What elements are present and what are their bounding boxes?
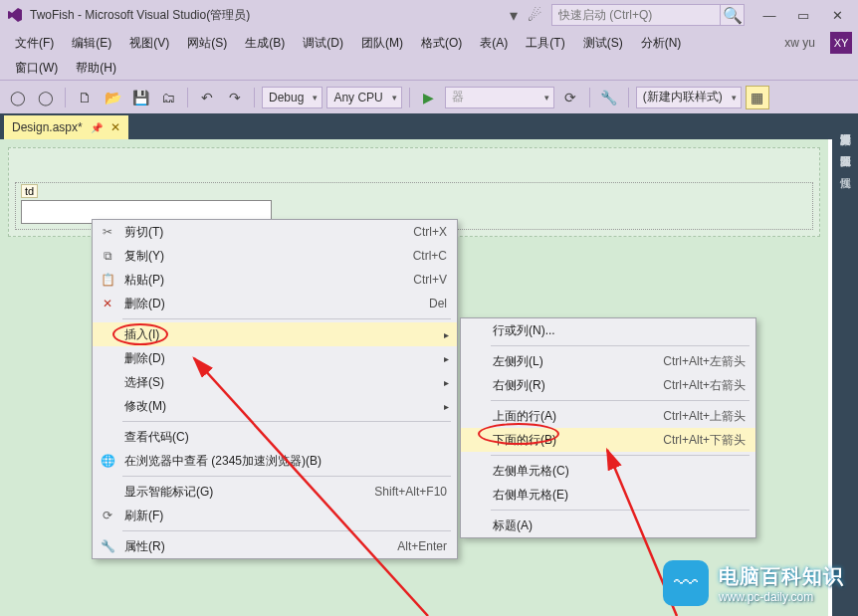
tab-design-aspx[interactable]: Design.aspx* 📌 ✕	[4, 115, 128, 139]
config-combo[interactable]: Debug	[262, 87, 322, 108]
titlebar: TwoFish - Microsoft Visual Studio(管理员) ▾…	[0, 0, 858, 30]
submenu-arrow-icon: ▸	[444, 401, 449, 412]
submenu-arrow-icon: ▸	[444, 329, 449, 340]
browser-icon: 🌐	[100, 454, 115, 468]
user-avatar[interactable]: XY	[830, 32, 852, 54]
ctx-copy[interactable]: ⧉复制(Y)Ctrl+C	[93, 244, 457, 268]
panel-properties[interactable]: 属性	[836, 163, 855, 175]
watermark-title: 电脑百科知识	[719, 563, 844, 590]
menu-team[interactable]: 团队(M)	[352, 31, 412, 56]
vs-logo-icon	[6, 6, 24, 24]
context-menu: ✂剪切(T)Ctrl+X ⧉复制(Y)Ctrl+C 📋粘贴(P)Ctrl+V ✕…	[92, 219, 458, 559]
cut-icon: ✂	[100, 225, 115, 239]
watermark: 〰 电脑百科知识 www.pc-daily.com	[663, 560, 844, 606]
refresh-icon: ⟳	[100, 509, 115, 522]
submenu-arrow-icon: ▸	[444, 377, 449, 388]
save-button[interactable]: 💾	[128, 86, 152, 109]
open-file-button[interactable]: 📂	[101, 86, 124, 109]
close-button[interactable]: ✕	[822, 4, 852, 26]
ctx-delete-sub[interactable]: 删除(D)▸	[93, 346, 457, 370]
minimize-button[interactable]: —	[754, 4, 784, 26]
delete-icon: ✕	[100, 297, 115, 310]
menu-help[interactable]: 帮助(H)	[67, 56, 125, 81]
menu-analyze[interactable]: 分析(N)	[632, 31, 691, 56]
copy-icon: ⧉	[100, 249, 115, 263]
quick-launch[interactable]: 🔍	[551, 4, 745, 26]
find-button[interactable]: 🔧	[597, 86, 621, 109]
menu-test[interactable]: 测试(S)	[574, 31, 632, 56]
ctx-insert[interactable]: 插入(I)▸	[93, 322, 457, 346]
panel-team-explorer[interactable]: 团队资源管理器	[836, 141, 855, 153]
ctx-modify[interactable]: 修改(M)▸	[93, 394, 457, 418]
search-icon[interactable]: 🔍	[721, 4, 745, 26]
menu-table[interactable]: 表(A)	[471, 31, 517, 56]
platform-combo[interactable]: Any CPU	[326, 87, 401, 108]
ctx-refresh[interactable]: ⟳刷新(F)	[93, 504, 457, 527]
pin-icon[interactable]: 📌	[91, 122, 103, 133]
sub-row-or-col[interactable]: 行或列(N)...	[461, 318, 755, 342]
tab-close-icon[interactable]: ✕	[110, 120, 120, 134]
menu-debug[interactable]: 调试(D)	[294, 31, 352, 56]
window-title: TwoFish - Microsoft Visual Studio(管理员)	[30, 7, 510, 24]
notification-icon[interactable]: ▾	[510, 6, 518, 25]
menubar-row2: 窗口(W) 帮助(H)	[0, 56, 858, 80]
nav-fwd-button[interactable]: ◯	[34, 86, 58, 109]
td-tag-label: td	[21, 184, 38, 198]
browser-link-button[interactable]: ⟳	[558, 86, 582, 109]
nav-back-button[interactable]: ◯	[6, 86, 30, 109]
save-all-button[interactable]: 🗂	[156, 86, 180, 109]
menu-tools[interactable]: 工具(T)	[517, 31, 573, 56]
right-collapsed-panels: 解决方案资源管理器 团队资源管理器 属性	[832, 113, 858, 616]
watermark-logo-icon: 〰	[663, 560, 709, 606]
menu-window[interactable]: 窗口(W)	[6, 56, 67, 81]
ctx-view-code[interactable]: 查看代码(C)	[93, 425, 457, 449]
document-tabstrip: Design.aspx* 📌 ✕	[0, 113, 858, 139]
submenu-arrow-icon: ▸	[444, 353, 449, 364]
ctx-properties[interactable]: 🔧属性(R)Alt+Enter	[93, 534, 457, 558]
menu-file[interactable]: 文件(F)	[6, 31, 63, 56]
style-combo[interactable]: (新建内联样式)	[636, 87, 742, 108]
watermark-url: www.pc-daily.com	[719, 590, 844, 604]
paste-icon: 📋	[100, 273, 115, 287]
sub-row-below[interactable]: 下面的行(B)Ctrl+Alt+下箭头	[461, 428, 755, 452]
user-name[interactable]: xw yu	[775, 32, 824, 54]
wrench-icon: 🔧	[100, 539, 115, 553]
feedback-icon[interactable]: ☄	[528, 6, 541, 25]
menu-view[interactable]: 视图(V)	[120, 31, 178, 56]
style-apply-button[interactable]: ▦	[746, 86, 769, 109]
menu-website[interactable]: 网站(S)	[178, 31, 236, 56]
panel-solution-explorer[interactable]: 解决方案资源管理器	[836, 119, 855, 131]
ctx-open-in-browser[interactable]: 🌐在浏览器中查看 (2345加速浏览器)(B)	[93, 449, 457, 473]
quick-launch-input[interactable]	[551, 4, 721, 26]
toolbar: ◯ ◯ 🗋 📂 💾 🗂 ↶ ↷ Debug Any CPU ▶ 器 ⟳ 🔧 (新…	[0, 80, 858, 113]
menubar: 文件(F) 编辑(E) 视图(V) 网站(S) 生成(B) 调试(D) 团队(M…	[0, 30, 858, 56]
ctx-cut[interactable]: ✂剪切(T)Ctrl+X	[93, 220, 457, 244]
context-submenu-insert: 行或列(N)... 左侧列(L)Ctrl+Alt+左箭头 右侧列(R)Ctrl+…	[460, 317, 756, 538]
menu-build[interactable]: 生成(B)	[236, 31, 294, 56]
menu-edit[interactable]: 编辑(E)	[63, 31, 120, 56]
sub-col-left[interactable]: 左侧列(L)Ctrl+Alt+左箭头	[461, 349, 755, 373]
sub-caption[interactable]: 标题(A)	[461, 513, 755, 537]
sub-col-right[interactable]: 右侧列(R)Ctrl+Alt+右箭头	[461, 373, 755, 397]
sub-cell-right[interactable]: 右侧单元格(E)	[461, 483, 755, 507]
menu-format[interactable]: 格式(O)	[412, 31, 471, 56]
new-file-button[interactable]: 🗋	[73, 86, 97, 109]
browser-combo[interactable]: 器	[445, 87, 554, 108]
redo-button[interactable]: ↷	[223, 86, 247, 109]
ctx-select[interactable]: 选择(S)▸	[93, 370, 457, 394]
ctx-smart-tag[interactable]: 显示智能标记(G)Shift+Alt+F10	[93, 480, 457, 504]
start-debug-button[interactable]: ▶	[417, 86, 441, 109]
ctx-delete[interactable]: ✕删除(D)Del	[93, 292, 457, 315]
sub-cell-left[interactable]: 左侧单元格(C)	[461, 459, 755, 483]
ctx-paste[interactable]: 📋粘贴(P)Ctrl+V	[93, 268, 457, 292]
undo-button[interactable]: ↶	[195, 86, 219, 109]
tab-label: Design.aspx*	[12, 120, 83, 134]
maximize-button[interactable]: ▭	[788, 4, 818, 26]
sub-row-above[interactable]: 上面的行(A)Ctrl+Alt+上箭头	[461, 404, 755, 428]
